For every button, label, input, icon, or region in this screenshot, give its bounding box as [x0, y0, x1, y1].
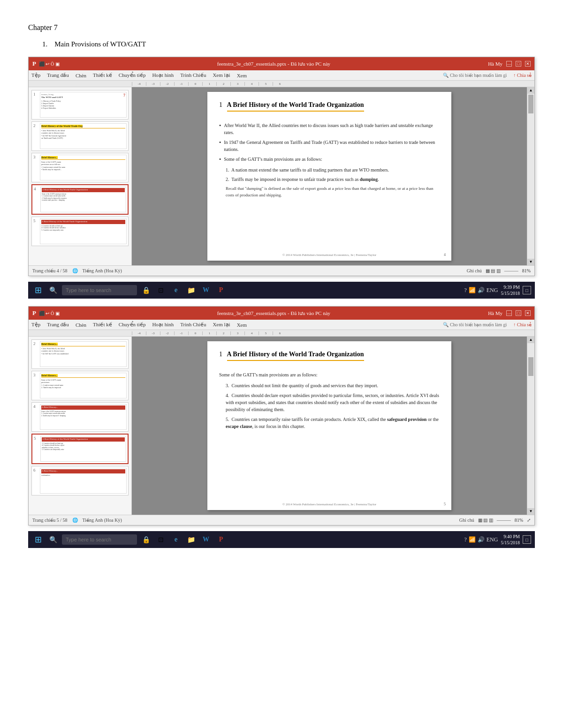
minimize-btn-1[interactable]: —: [506, 61, 512, 67]
title-bar-right-1: Hà My — □ ✕: [488, 61, 531, 67]
slide-footer-1: © 2014 Worth Publishers International Ec…: [207, 253, 451, 257]
zoom-slider-2[interactable]: ———: [497, 518, 511, 523]
taskbar-file-1[interactable]: 📁: [185, 284, 197, 296]
view-icons-1: ▦ ▤ ▥: [486, 268, 501, 273]
slide-thumb-2-3[interactable]: 3 Brief History... Some of the GATT's ma…: [31, 371, 129, 400]
cortana-icon-1[interactable]: 🔒: [140, 284, 152, 296]
bullet-1-1: • After World War II, the Allied countri…: [219, 122, 440, 136]
tab-home-1[interactable]: Trang đầu: [47, 72, 69, 78]
zoom-slider-1[interactable]: ———: [504, 268, 518, 273]
tab-review-1[interactable]: Xem lại: [213, 72, 230, 78]
status-left-2: Trang chiếu 5 / 58 🌐 Tiếng Anh (Hoa Kỳ): [32, 518, 122, 523]
slide-thumb-2-2[interactable]: 2 Brief History... • After World War II,…: [31, 339, 129, 369]
slide-thumb-1-4[interactable]: 4 A Brief History of the World Trade Org…: [31, 184, 129, 215]
cortana-icon-2[interactable]: 🔒: [140, 533, 152, 546]
slide-thumb-1-2[interactable]: 2 Brief History of the World Trade Org •…: [31, 121, 129, 151]
scroll-up-1[interactable]: ▲: [527, 87, 534, 94]
share-btn-2[interactable]: ↑ Chia sẻ: [513, 322, 532, 327]
slide-thumb-2-4[interactable]: 4 A Brief History... Some of the GATT's …: [31, 402, 129, 432]
tab-home-2[interactable]: Trang đầu: [47, 322, 69, 328]
tab-transitions-2[interactable]: Chuyển tiếp: [119, 322, 146, 328]
notes-btn-1[interactable]: Ghi chú: [467, 268, 482, 273]
slide-thumb-1-1[interactable]: 1 7 feenstra_3e img The WTO and GATT 1. …: [31, 90, 129, 120]
start-button-1[interactable]: ⊞: [32, 284, 44, 296]
tray-lang-2[interactable]: ENG: [487, 536, 498, 543]
tab-file-1[interactable]: Tệp: [31, 72, 40, 78]
slide-thumb-2-6[interactable]: 6 A Brief History... continuation...: [31, 466, 129, 495]
minimize-btn-2[interactable]: —: [506, 310, 512, 316]
taskbar-left-1: ⊞ 🔍 🔒 ⊡ e 📁 W P: [32, 284, 227, 296]
slide-preview-2-5: A Brief History of the World Trade Organ…: [40, 436, 126, 462]
tray-icons-2: ? 📶 🔊 ENG: [464, 536, 498, 543]
search-box-2[interactable]: 🔍 Cho tôi biết bạn muốn làm gì: [443, 322, 507, 327]
slide-thumb-1-5[interactable]: 5 A Brief History of the World Trade Org…: [31, 217, 129, 246]
maximize-btn-1[interactable]: □: [516, 61, 521, 67]
taskbar-word-1[interactable]: W: [200, 284, 212, 296]
right-scrollbar-2[interactable]: ▲ ▼: [527, 337, 534, 515]
slide-title-num-1: 1: [219, 101, 222, 108]
scroll-thumb-2[interactable]: [528, 357, 533, 376]
taskbar-ppt-1[interactable]: P: [215, 284, 227, 296]
tray-network-1[interactable]: 📶: [469, 287, 476, 294]
notification-btn-2[interactable]: □: [523, 535, 531, 544]
status-right-2: Ghi chú ▦ ▤ ▥ ——— 81% ⤢: [459, 518, 531, 523]
taskview-icon-2[interactable]: ⊡: [155, 533, 167, 546]
bullet-dot-1-3: •: [219, 155, 221, 164]
status-bar-1: Trang chiếu 4 / 58 🌐 Tiếng Anh (Hoa Kỳ) …: [29, 265, 534, 276]
slide-panel-1: 1 7 feenstra_3e img The WTO and GATT 1. …: [29, 87, 132, 265]
taskbar-edge-1[interactable]: e: [170, 284, 182, 296]
slide-thumb-1-3[interactable]: 3 Brief History... Some of the GATT's ma…: [31, 153, 129, 182]
close-btn-1[interactable]: ✕: [525, 61, 531, 67]
tab-view-2[interactable]: Xem: [237, 322, 247, 328]
tab-animations-2[interactable]: Hoạt hình: [152, 322, 174, 328]
notes-btn-2[interactable]: Ghi chú: [459, 518, 474, 523]
right-scrollbar-1[interactable]: ▲ ▼: [527, 87, 534, 265]
taskbar-search-1[interactable]: [62, 285, 137, 295]
scroll-thumb-1[interactable]: [528, 95, 533, 113]
slide-preview-2-3: Brief History... Some of the GATT's main…: [40, 373, 127, 398]
tab-view-1[interactable]: Xem: [237, 73, 247, 78]
tray-help-2[interactable]: ?: [464, 536, 466, 543]
taskbar-file-2[interactable]: 📁: [185, 533, 197, 546]
bullet-1-2: • In 1947 the General Agreement on Tarif…: [219, 139, 440, 153]
slide-preview-1-3: Brief History... Some of the GATT's main…: [40, 155, 127, 180]
tab-slideshow-1[interactable]: Trình Chiếu: [180, 72, 206, 78]
search-box-1[interactable]: 🔍 Cho tôi biết bạn muốn làm gì: [443, 73, 507, 78]
tray-network-2[interactable]: 📶: [469, 536, 476, 543]
tray-help-1[interactable]: ?: [464, 287, 466, 294]
tab-transitions-1[interactable]: Chuyển tiếp: [119, 72, 146, 78]
start-button-2[interactable]: ⊞: [32, 533, 44, 546]
taskbar-word-2[interactable]: W: [200, 533, 212, 546]
scroll-down-1[interactable]: ▼: [527, 259, 534, 265]
tray-volume-2[interactable]: 🔊: [478, 536, 485, 543]
slide-thumb-2-5[interactable]: 5 A Brief History of the World Trade Org…: [31, 434, 129, 464]
title-bar-filename-2: feenstra_3e_ch07_essentials.pptx - Đã lư…: [60, 310, 488, 316]
tray-volume-1[interactable]: 🔊: [478, 287, 485, 294]
numbered-item-2-5: 5. Countries can temporarily raise tarif…: [226, 416, 440, 430]
maximize-btn-2[interactable]: □: [516, 310, 521, 316]
tray-lang-1[interactable]: ENG: [487, 287, 498, 294]
notification-btn-1[interactable]: □: [523, 286, 531, 294]
taskview-icon-1[interactable]: ⊡: [155, 284, 167, 296]
tab-insert-2[interactable]: Chèn: [76, 322, 86, 328]
scroll-up-2[interactable]: ▲: [527, 337, 534, 343]
fit-icon-2[interactable]: ⤢: [527, 518, 531, 523]
share-btn-1[interactable]: ↑ Chia sẻ: [513, 73, 532, 78]
slide-preview-1-5: A Brief History of the World Trade Organ…: [40, 218, 127, 244]
title-bar-2: P ⬛ ↩ Ö ▣ feenstra_3e_ch07_essentials.pp…: [29, 307, 534, 320]
tab-review-2[interactable]: Xem lại: [213, 322, 230, 328]
slide-title-container-2: 1 A Brief History of the World Trade Org…: [219, 351, 440, 367]
taskbar-edge-2[interactable]: e: [170, 533, 182, 546]
scroll-down-2[interactable]: ▼: [527, 508, 534, 515]
item-num-2-4: 4.: [226, 393, 229, 398]
tab-slideshow-2[interactable]: Trình Chiếu: [180, 322, 206, 328]
tab-file-2[interactable]: Tệp: [31, 322, 40, 328]
taskbar-ppt-2[interactable]: P: [215, 533, 227, 546]
taskbar-search-2[interactable]: [62, 534, 137, 545]
close-btn-2[interactable]: ✕: [525, 310, 531, 316]
tab-design-1[interactable]: Thiết kế: [93, 72, 112, 78]
tab-insert-1[interactable]: Chèn: [76, 73, 86, 78]
tab-animations-1[interactable]: Hoạt hình: [152, 72, 174, 78]
slide-preview-1-2: Brief History of the World Trade Org • A…: [40, 123, 127, 149]
tab-design-2[interactable]: Thiết kế: [93, 322, 112, 328]
